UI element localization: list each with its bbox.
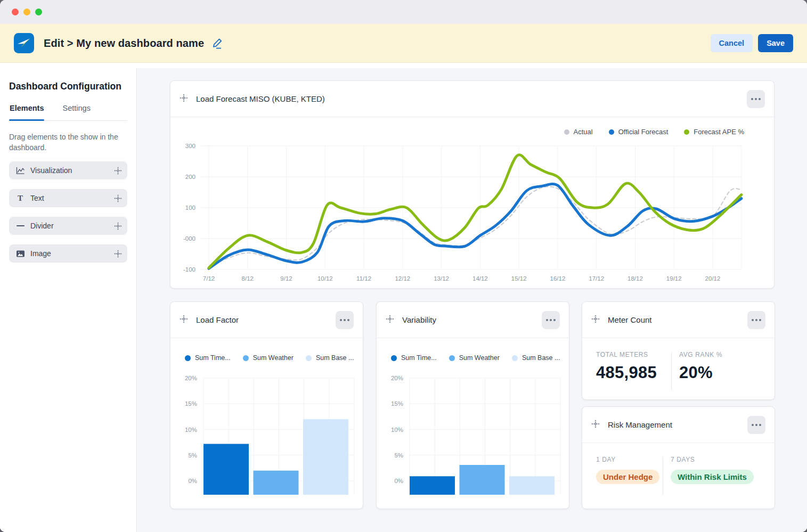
sidebar-item-divider[interactable]: Divider: [9, 217, 127, 235]
y-tick-label: 15%: [391, 400, 403, 407]
ellipsis-menu-button[interactable]: [747, 311, 765, 329]
app-window: Edit > My new dashboard name Cancel Save…: [0, 0, 807, 532]
legend-label: Sum Base ...: [316, 354, 354, 362]
status-badge: Within Risk Limits: [671, 470, 754, 484]
y-tick-label: 15%: [185, 400, 197, 407]
stat-value: 485,985: [596, 363, 664, 382]
drag-handle-icon[interactable]: [180, 315, 188, 325]
status-badge: Under Hedge: [596, 470, 659, 484]
bar-Sum Base ...: [303, 419, 348, 495]
app-header: Edit > My new dashboard name Cancel Save: [0, 24, 807, 63]
stat-7-days: 7 DAYS Within Risk Limits: [671, 456, 754, 495]
card-variability: Variability Sum Time... Sum Weather Sum …: [376, 301, 569, 509]
x-tick-label: 16/12: [550, 275, 566, 282]
legend-dot: [306, 355, 312, 361]
sidebar-item-text[interactable]: T Text: [9, 189, 127, 207]
x-tick-label: 9/12: [280, 275, 292, 282]
card-header: Variability: [377, 302, 569, 338]
drag-handle-icon[interactable]: [591, 315, 600, 325]
card-header: Load Forecast MISO (KUBE, KTED): [170, 81, 774, 117]
drag-handle-icon[interactable]: [386, 315, 394, 325]
tab-settings[interactable]: Settings: [62, 103, 91, 113]
legend-dot: [243, 355, 249, 361]
ellipsis-menu-button[interactable]: [542, 311, 560, 329]
legend-item[interactable]: Sum Time...: [185, 354, 231, 362]
card-load-forecast: Load Forecast MISO (KUBE, KTED) Actual O…: [170, 80, 775, 289]
legend-label: Sum Time...: [195, 354, 231, 362]
x-tick-label: 20/12: [705, 275, 721, 282]
stat-label: AVG RANK %: [679, 351, 722, 358]
legend-item[interactable]: Sum Weather: [449, 354, 500, 362]
screenshot-stage: Edit > My new dashboard name Cancel Save…: [0, 0, 807, 532]
x-tick-label: 13/12: [434, 275, 449, 282]
draggable-elements-list: Visualization T Text: [9, 161, 127, 263]
x-tick-label: 15/12: [511, 275, 527, 282]
dashboard-config-sidebar: Dashboard Configuration Elements Setting…: [0, 68, 137, 532]
vertical-divider: [671, 352, 672, 390]
x-tick-label: 10/12: [317, 275, 333, 282]
y-tick-label: 20%: [391, 375, 403, 381]
close-window-icon[interactable]: [12, 9, 19, 15]
legend-dot: [391, 355, 397, 361]
tab-underline: [9, 120, 127, 121]
x-tick-label: 12/12: [395, 275, 410, 282]
y-tick-label: 0%: [188, 478, 197, 484]
drag-handle-icon[interactable]: [114, 222, 122, 230]
legend-dot: [512, 355, 518, 361]
sidebar-item-image[interactable]: Image: [9, 244, 127, 263]
sidebar-item-visualization[interactable]: Visualization: [9, 161, 127, 179]
y-tick-label: 20%: [185, 375, 197, 381]
x-tick-label: 14/12: [472, 275, 488, 282]
y-tick-label: 300: [185, 143, 195, 149]
sidebar-title: Dashboard Configuration: [9, 81, 127, 92]
chart-legend: Sum Time... Sum Weather Sum Base ...: [185, 354, 354, 362]
x-tick-label: 19/12: [666, 275, 682, 282]
line-chart-icon: [15, 167, 25, 175]
image-icon: [15, 250, 25, 258]
series-Official Forecast: [209, 184, 741, 268]
bar-Sum Weather: [460, 465, 505, 495]
cancel-button[interactable]: Cancel: [711, 34, 753, 52]
bar-Sum Time...: [203, 444, 249, 495]
card-load-factor: Load Factor Sum Time... Sum Weather Sum …: [170, 301, 363, 509]
edit-title-icon[interactable]: [211, 37, 224, 50]
bar-Sum Weather: [254, 471, 299, 495]
drag-handle-icon[interactable]: [591, 420, 600, 430]
x-tick-label: 8/12: [242, 275, 254, 282]
series-Actual: [209, 186, 741, 266]
card-header: Risk Management: [582, 407, 775, 443]
maximize-window-icon[interactable]: [35, 9, 42, 15]
risk-management-body: 1 DAY Under Hedge 7 DAYS Within Risk Lim…: [582, 443, 775, 495]
bar-Sum Time...: [410, 476, 455, 495]
x-tick-label: 18/12: [627, 275, 643, 282]
tab-elements[interactable]: Elements: [9, 103, 44, 113]
x-tick-label: 7/12: [203, 275, 215, 282]
legend-dot: [185, 355, 191, 361]
drag-handle-icon[interactable]: [114, 167, 122, 175]
meter-count-body: TOTAL METERS 485,985 AVG RANK % 20%: [582, 338, 775, 390]
legend-item[interactable]: Sum Weather: [243, 354, 294, 362]
ellipsis-menu-button[interactable]: [747, 90, 765, 108]
ellipsis-menu-button[interactable]: [336, 311, 354, 329]
drag-handle-icon[interactable]: [114, 194, 122, 202]
page-title: Edit > My new dashboard name: [44, 37, 204, 50]
y-tick-label: -000: [183, 235, 195, 242]
dashboard-canvas: Load Forecast MISO (KUBE, KTED) Actual O…: [137, 68, 807, 532]
card-title: Variability: [402, 315, 436, 324]
legend-item[interactable]: Sum Base ...: [512, 354, 560, 362]
stat-total-meters: TOTAL METERS 485,985: [596, 351, 664, 390]
legend-item[interactable]: Sum Time...: [391, 354, 437, 362]
y-tick-label: 10%: [391, 427, 403, 433]
x-tick-label: 11/12: [356, 275, 371, 282]
chart-legend: Sum Time... Sum Weather Sum Base ...: [391, 354, 560, 362]
minimize-window-icon[interactable]: [23, 9, 30, 15]
item-label: Divider: [30, 222, 54, 230]
stat-label: 7 DAYS: [671, 456, 754, 463]
legend-item[interactable]: Sum Base ...: [306, 354, 354, 362]
drag-handle-icon[interactable]: [180, 94, 188, 104]
drag-handle-icon[interactable]: [114, 250, 122, 258]
save-button[interactable]: Save: [758, 34, 793, 52]
header-actions: Cancel Save: [711, 34, 793, 52]
card-risk-management: Risk Management 1 DAY Under Hedge 7 DAYS…: [582, 406, 775, 509]
ellipsis-menu-button[interactable]: [747, 416, 765, 434]
